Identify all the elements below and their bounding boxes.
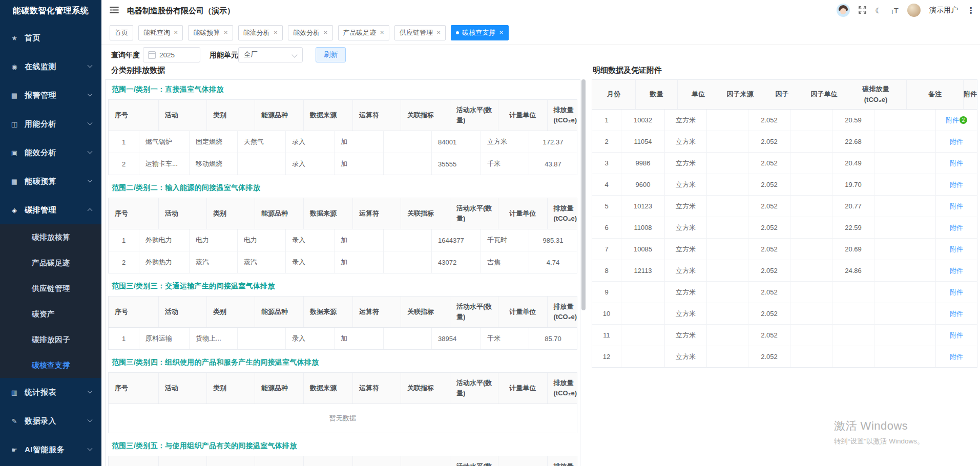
sidebar-subitem[interactable]: 碳核查支撑 [0, 352, 101, 378]
column-header: 单位 [678, 80, 719, 109]
page-tab[interactable]: 产品碳足迹 ✕ [338, 25, 389, 40]
attachment-link[interactable]: 附件 [950, 266, 963, 276]
page-tab[interactable]: 能耗查询 ✕ [138, 25, 183, 40]
sidebar-item[interactable]: 首页 [0, 24, 101, 52]
table-row[interactable]: 1 10032 立方米 2.052 20.59 附件2 [592, 110, 977, 131]
table-row[interactable]: 11 立方米 2.052 附件 [592, 325, 977, 346]
attachment-link[interactable]: 附件 [950, 202, 963, 211]
tab-close-icon[interactable]: ✕ [223, 30, 227, 35]
cell-quantity: 11054 [621, 131, 665, 152]
column-header: 类别 [207, 100, 255, 131]
left-panel-scrollbar[interactable] [581, 79, 586, 310]
dark-mode-moon-icon[interactable]: ☾ [875, 7, 882, 14]
attachment-link[interactable]: 附件 [950, 245, 963, 254]
table-row[interactable]: 9 立方米 2.052 附件 [592, 282, 977, 303]
page-tab[interactable]: 供应链管理 ✕ [394, 25, 446, 40]
table-row[interactable]: 2 11054 立方米 2.052 22.68 附件 [592, 131, 977, 153]
more-menu-icon[interactable]: ⋮ [967, 6, 975, 15]
menu-icon [9, 92, 19, 99]
cell-emission: 19.70 [832, 174, 874, 195]
cell-attachment: 附件 [936, 260, 977, 281]
attachment-link[interactable]: 附件 [950, 352, 963, 362]
tab-close-icon[interactable]: ✕ [323, 30, 327, 35]
attachment-link[interactable]: 附件 [946, 116, 959, 125]
cell-data-source: 录入 [286, 153, 335, 175]
column-header: 计量单位 [498, 456, 548, 466]
table-row[interactable]: 8 12113 立方米 2.052 24.86 附件 [592, 260, 977, 282]
attachment-link[interactable]: 附件 [950, 309, 963, 319]
table-row[interactable]: 2 运输卡车... 移动燃烧 录入 加 35555 千米 43.87 [109, 153, 577, 175]
tab-close-icon[interactable]: ✕ [380, 30, 384, 35]
page-tab[interactable]: 能碳预算 ✕ [188, 25, 233, 40]
page-tab[interactable]: 首页 ✕ [110, 25, 133, 40]
sidebar-subitem[interactable]: 供应链管理 [0, 276, 101, 301]
tab-label: 首页 [115, 28, 128, 37]
cell-unit: 立方米 [665, 131, 707, 152]
attachment-link[interactable]: 附件 [950, 288, 963, 297]
sidebar-item[interactable]: 用能分析 [0, 110, 101, 138]
font-size-icon[interactable]: TT [891, 6, 899, 15]
sidebar-item[interactable]: 统计报表 [0, 378, 101, 407]
column-header: 类别 [207, 198, 255, 229]
table-row[interactable]: 1 原料运输 货物上... 录入 加 38954 千米 85.70 [109, 328, 577, 349]
table-row[interactable]: 12 立方米 2.052 附件 [592, 346, 977, 367]
sidebar-item[interactable]: 能碳预算 [0, 167, 101, 196]
attachment-link[interactable]: 附件 [950, 159, 963, 168]
page-tab[interactable]: 能效分析 ✕ [288, 25, 332, 40]
tab-close-icon[interactable]: ✕ [174, 30, 178, 35]
sidebar-item[interactable]: 数据录入 [0, 407, 101, 435]
table-row[interactable]: 3 9986 立方米 2.052 20.49 附件 [592, 153, 977, 174]
table-row[interactable]: 2 外购热力 蒸汽 蒸汽 录入 加 43072 吉焦 4.74 [109, 251, 577, 273]
sidebar-item[interactable]: 报警管理 [0, 81, 101, 110]
avatar-face [840, 8, 846, 14]
emission-table: 序号活动类别能源品种数据来源运算符关联指标活动水平(数 量)计量单位排放量 (t… [108, 456, 577, 466]
emission-section: 范围二/类别二：输入能源的间接温室气体排放 序号活动类别能源品种数据来源运算符关… [108, 183, 577, 273]
table-row[interactable]: 10 立方米 2.052 附件 [592, 303, 977, 325]
table-row[interactable]: 1 外购电力 电力 电力 录入 加 1644377 千瓦时 985.31 [109, 229, 577, 251]
app-title: 能碳数智化管理系统 [0, 0, 101, 20]
fullscreen-icon[interactable] [859, 6, 866, 15]
table-row[interactable]: 7 10085 立方米 2.052 20.69 附件 [592, 239, 977, 260]
page-tab[interactable]: 能流分析 ✕ [238, 25, 283, 40]
sidebar-item-label: 能效分析 [25, 148, 56, 158]
assistant-avatar[interactable] [837, 4, 850, 17]
collapse-menu-icon[interactable] [110, 6, 119, 14]
column-header: 关联指标 [401, 373, 450, 404]
tab-close-icon[interactable]: ✕ [274, 30, 278, 35]
year-input[interactable]: 2025 [143, 47, 200, 62]
cell-factor-unit [790, 131, 832, 152]
refresh-button[interactable]: 刷新 [316, 47, 346, 62]
table-row[interactable]: 4 9600 立方米 2.052 19.70 附件 [592, 174, 977, 196]
sidebar-subitem[interactable]: 碳资产 [0, 301, 101, 327]
attachment-link[interactable]: 附件 [950, 137, 963, 146]
table-row[interactable]: 6 11008 立方米 2.052 22.59 附件 [592, 217, 977, 239]
sidebar-subitem[interactable]: 碳排放核算 [0, 224, 101, 250]
energy-unit-select[interactable]: 全厂 [238, 47, 303, 62]
user-avatar[interactable] [907, 4, 921, 17]
attachment-link[interactable]: 附件 [950, 180, 963, 189]
table-row[interactable]: 5 10123 立方米 2.052 20.77 附件 [592, 196, 977, 217]
sidebar-item[interactable]: AI智能服务 [0, 435, 101, 464]
emission-table: 序号活动类别能源品种数据来源运算符关联指标活动水平(数 量)计量单位排放量 (t… [108, 99, 577, 175]
attachment-link[interactable]: 附件 [950, 331, 963, 340]
column-header: 活动水平(数 量) [450, 296, 498, 327]
cell-unit: 立方米 [665, 153, 707, 174]
cell-factor: 2.052 [748, 174, 790, 195]
tab-close-icon[interactable]: ✕ [436, 30, 441, 35]
tab-label: 供应链管理 [400, 28, 433, 37]
column-header: 能源品种 [255, 100, 304, 131]
username[interactable]: 演示用户 [929, 6, 958, 15]
sidebar-item[interactable]: 能效分析 [0, 138, 101, 167]
cell-no: 2 [109, 153, 139, 175]
tab-close-icon[interactable]: ✕ [499, 30, 503, 35]
cell-quantity: 9600 [621, 174, 665, 195]
sidebar-item[interactable]: 在线监测 [0, 52, 101, 81]
emission-section: 范围三/类别四：组织使用的产品和服务产生的间接温室气体排放 序号活动类别能源品种… [108, 358, 577, 433]
sidebar-subitem[interactable]: 碳排放因子 [0, 327, 101, 352]
table-row[interactable]: 1 燃气锅炉 固定燃烧 天然气 录入 加 84001 立方米 172.37 [109, 131, 577, 153]
sidebar-item[interactable]: 碳排管理 [0, 196, 101, 224]
page-tab[interactable]: 碳核查支撑 ✕ [451, 25, 508, 40]
sidebar-subitem[interactable]: 产品碳足迹 [0, 250, 101, 276]
attachment-link[interactable]: 附件 [950, 223, 963, 232]
tab-bar: 首页 ✕ 能耗查询 ✕ 能碳预算 ✕ 能流分析 ✕ 能效分析 ✕ 产品碳足迹 ✕… [101, 20, 980, 45]
